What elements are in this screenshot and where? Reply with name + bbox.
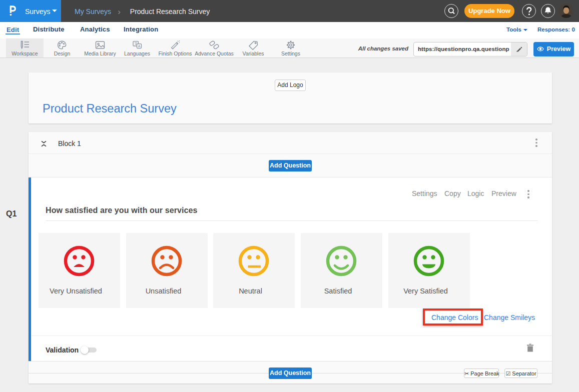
svg-text:A: A: [138, 44, 141, 48]
